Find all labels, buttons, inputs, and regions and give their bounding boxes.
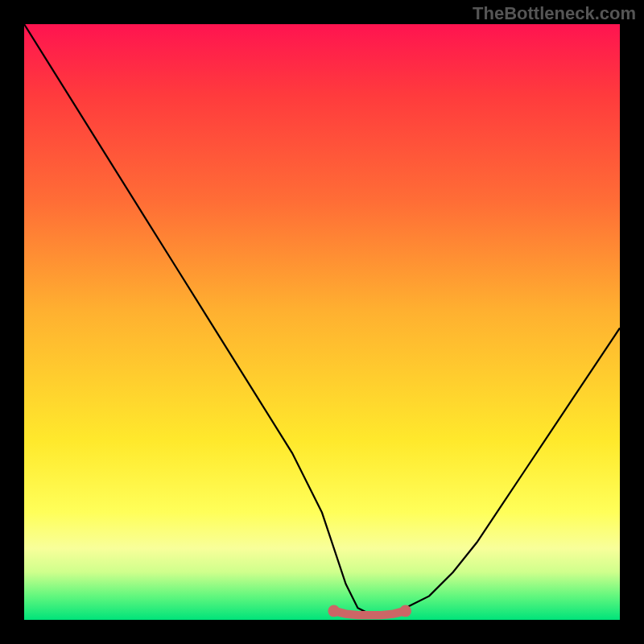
plot-area — [24, 24, 620, 620]
chart-svg — [24, 24, 620, 620]
watermark-text: TheBottleneck.com — [473, 3, 636, 24]
optimal-region-endpoint — [399, 605, 411, 617]
optimal-flat-region — [328, 605, 411, 617]
optimal-region-line — [334, 611, 406, 615]
bottleneck-curve — [24, 24, 620, 614]
optimal-region-endpoint — [328, 605, 340, 617]
